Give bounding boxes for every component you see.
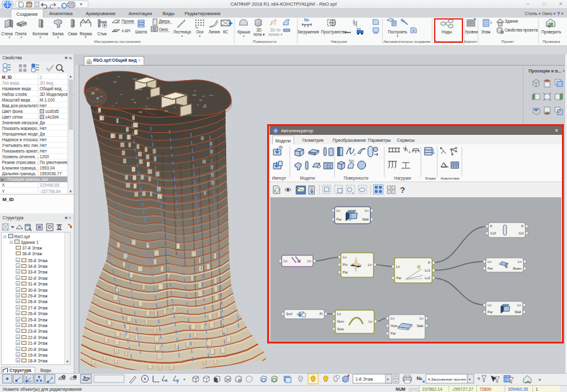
svg-text:Автоматическое создание: Автоматическое создание [383,39,431,43]
svg-text:Линия: Линия [209,30,220,34]
svg-text:Поверхности: Поверхности [253,39,277,43]
svg-text:Проверить: Проверить [541,30,561,35]
svg-text:x: x [165,378,168,383]
svg-text:▾: ▾ [199,34,201,38]
svg-text:Шахта: Шахта [135,30,147,34]
svg-text:№: № [416,376,422,381]
svg-text:4.Загружение прочее: 4.Загружение прочее [428,377,467,381]
svg-text:▾: ▾ [243,34,245,38]
svg-text:▾: ▾ [183,378,185,381]
svg-text:Загружения: Загружения [297,30,319,35]
svg-text:Кирпич: Кирпич [464,39,478,43]
svg-text:Свая: Свая [68,32,77,36]
svg-text:Этаж: Этаж [481,30,491,34]
svg-text:y: y [176,378,179,383]
svg-text:Нагрузки: Нагрузки [331,39,347,43]
svg-text:Проем: Проем [122,19,134,24]
svg-text:Проверка: Проверка [542,39,560,43]
svg-text:▾: ▾ [387,378,389,381]
svg-text:▾: ▾ [397,34,399,38]
svg-text:Стена: Стена [1,32,13,36]
svg-text:Окно: Окно [159,27,168,32]
svg-text:КС: КС [223,30,229,34]
svg-text:▾: ▾ [80,2,83,6]
svg-text:▾: ▾ [181,34,183,38]
svg-text:1-й Этаж: 1-й Этаж [355,377,373,381]
svg-text:Уровни: Уровни [464,30,478,35]
svg-text:Пространство: Пространство [321,30,347,35]
svg-text:Дверь: Дверь [159,19,171,24]
svg-text:Оси: Оси [196,30,203,34]
svg-text:3D: 3D [256,28,262,32]
svg-text:± ΔН: ± ΔН [122,28,130,33]
svg-text:Здание: Здание [505,19,518,24]
svg-text:Стык: Стык [98,32,107,36]
svg-text:п: п [478,376,480,381]
svg-text:3D по: 3D по [270,28,281,32]
svg-text:Свойства проекта: Свойства проекта [505,28,538,33]
svg-text:линии ▾: линии ▾ [268,32,283,37]
svg-text:Инструменты построения: Инструменты построения [94,39,140,43]
svg-text:тела ▾: тела ▾ [253,32,265,37]
svg-text:▾: ▾ [539,378,541,382]
svg-text:№: № [304,18,309,22]
svg-text:▾: ▾ [469,378,471,381]
svg-text:Проект: Проект [501,39,515,43]
